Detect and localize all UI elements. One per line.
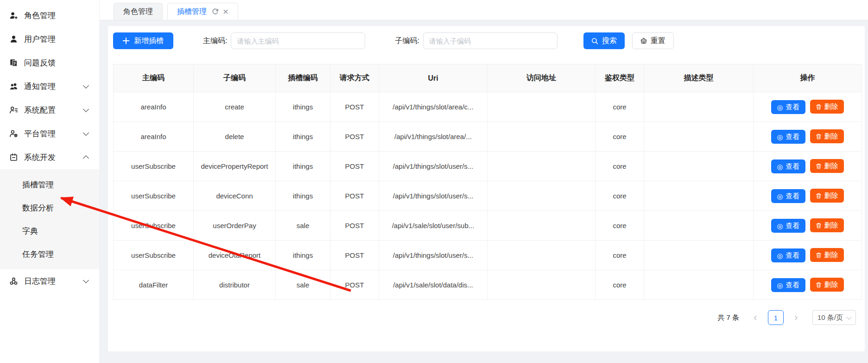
sidebar-item-user-management[interactable]: 用户管理 [0, 27, 99, 51]
chevron-down-icon [83, 130, 89, 136]
reset-button[interactable]: 重置 [632, 32, 674, 49]
prev-page-icon[interactable]: ‹ [749, 312, 761, 323]
cell-request-method: POST [330, 270, 379, 300]
tab-label: 插槽管理 [177, 7, 207, 17]
cell-desc-type [644, 181, 754, 211]
cell-uri: /api/v1/things/slot/user/s... [379, 241, 488, 270]
cell-slot-code: sale [276, 211, 330, 241]
sidebar-item-label: 角色管理 [24, 10, 88, 21]
cell-slot-code: ithings [276, 241, 330, 270]
delete-button[interactable]: 删除 [810, 189, 844, 203]
tab-slot-management[interactable]: 插槽管理 × [167, 3, 238, 20]
cell-main-code: userSubscribe [114, 152, 194, 181]
view-button[interactable]: ◎查看 [771, 219, 805, 233]
cell-access-address [488, 241, 596, 270]
close-icon[interactable]: × [223, 7, 228, 16]
next-page-icon[interactable]: › [790, 312, 802, 323]
sidebar-item-system-development[interactable]: 系统开发 [0, 146, 99, 169]
sidebar-submenu-system-development: 插槽管理 数据分析 字典 任务管理 [0, 169, 99, 269]
cell-uri: /api/v1/things/slot/area/... [379, 122, 488, 152]
cell-desc-type [644, 92, 754, 122]
user-gear-icon [9, 129, 18, 138]
cell-slot-code: ithings [276, 181, 330, 211]
table-row: userSubscribedevicePropertyReportithings… [114, 152, 862, 181]
cell-sub-code: distributor [194, 270, 276, 300]
view-button[interactable]: ◎查看 [771, 189, 805, 203]
chevron-down-icon [846, 314, 851, 319]
sidebar-item-platform-management[interactable]: 平台管理 [0, 122, 99, 146]
clipboard-icon [9, 153, 18, 162]
sidebar-item-data-analysis[interactable]: 数据分析 [0, 196, 99, 219]
sidebar-item-slot-management[interactable]: 插槽管理 [0, 173, 99, 196]
column-header: 操作 [754, 64, 862, 92]
sidebar-item-label: 日志管理 [24, 276, 84, 287]
cell-actions: ◎查看删除 [754, 152, 862, 181]
cell-desc-type [644, 270, 754, 300]
view-button[interactable]: ◎查看 [771, 130, 805, 144]
sidebar-item-log-management[interactable]: 日志管理 [0, 269, 99, 293]
cell-uri: /api/v1/things/slot/area/c... [379, 92, 488, 122]
delete-button[interactable]: 删除 [810, 159, 844, 173]
sidebar-item-task-management[interactable]: 任务管理 [0, 242, 99, 266]
cell-auth-type: core [596, 92, 644, 122]
search-button[interactable]: 搜索 [583, 32, 625, 49]
cell-uri: /api/v1/things/slot/user/s... [379, 152, 488, 181]
cell-main-code: userSubscribe [114, 211, 194, 241]
cell-main-code: dataFilter [114, 270, 194, 300]
view-button[interactable]: ◎查看 [771, 248, 805, 262]
main-area: 角色管理 插槽管理 × 新增插槽 主编码: 子编码: [100, 0, 868, 363]
cell-main-code: userSubscribe [114, 181, 194, 211]
table-row: areaInfodeleteithingsPOST/api/v1/things/… [114, 122, 862, 152]
cell-sub-code: create [194, 92, 276, 122]
sidebar: 角色管理 用户管理 问题反馈 通知管理 系统配置 [0, 0, 100, 363]
cell-request-method: POST [330, 181, 379, 211]
cell-auth-type: core [596, 211, 644, 241]
sidebar-item-label: 通知管理 [24, 81, 84, 92]
delete-button[interactable]: 删除 [810, 248, 844, 262]
page-size-select[interactable]: 10 条/页 [812, 310, 856, 325]
eye-icon: ◎ [777, 163, 783, 170]
user-icon [9, 35, 18, 44]
page-number-button[interactable]: 1 [768, 310, 784, 325]
eye-icon: ◎ [777, 104, 783, 111]
sidebar-item-role-management[interactable]: 角色管理 [0, 4, 99, 27]
view-button[interactable]: ◎查看 [771, 100, 805, 114]
toolbar: 新增插槽 主编码: 子编码: 搜索 重置 [113, 32, 862, 49]
cell-request-method: POST [330, 241, 379, 270]
cell-access-address [488, 122, 596, 152]
sidebar-item-feedback[interactable]: 问题反馈 [0, 51, 99, 75]
cell-request-method: POST [330, 211, 379, 241]
cell-slot-code: ithings [276, 92, 330, 122]
trash-icon [816, 193, 822, 199]
plus-icon [123, 38, 129, 44]
sidebar-item-notification-management[interactable]: 通知管理 [0, 75, 99, 98]
tab-role-management[interactable]: 角色管理 [114, 3, 163, 20]
delete-button[interactable]: 删除 [810, 100, 844, 114]
user-plus-icon [9, 11, 18, 20]
trash-icon [816, 134, 822, 140]
content-card: 新增插槽 主编码: 子编码: 搜索 重置 [108, 26, 865, 351]
sidebar-item-label: 系统配置 [24, 105, 84, 115]
delete-button[interactable]: 删除 [810, 218, 844, 232]
view-button[interactable]: ◎查看 [771, 278, 805, 292]
cell-access-address [488, 92, 596, 122]
table-row: userSubscribedeviceConnithingsPOST/api/v… [114, 181, 862, 211]
delete-button[interactable]: 删除 [810, 278, 844, 292]
cell-sub-code: delete [194, 122, 276, 152]
sub-code-input[interactable] [423, 32, 558, 49]
table-row: userSubscribedeviceOtaReportithingsPOST/… [114, 241, 862, 270]
add-slot-button[interactable]: 新增插槽 [113, 32, 173, 49]
view-button[interactable]: ◎查看 [771, 159, 805, 173]
main-code-input[interactable] [231, 32, 365, 49]
sidebar-item-dictionary[interactable]: 字典 [0, 219, 99, 242]
sidebar-item-label: 问题反馈 [24, 57, 88, 68]
eye-icon: ◎ [777, 252, 783, 259]
cell-slot-code: ithings [276, 152, 330, 181]
sidebar-item-system-config[interactable]: 系统配置 [0, 98, 99, 122]
delete-button[interactable]: 删除 [810, 129, 844, 143]
refresh-icon[interactable] [212, 8, 219, 15]
tab-label: 角色管理 [123, 7, 153, 17]
cell-access-address [488, 270, 596, 300]
sidebar-item-label: 系统开发 [24, 152, 84, 163]
broom-icon [640, 38, 647, 44]
